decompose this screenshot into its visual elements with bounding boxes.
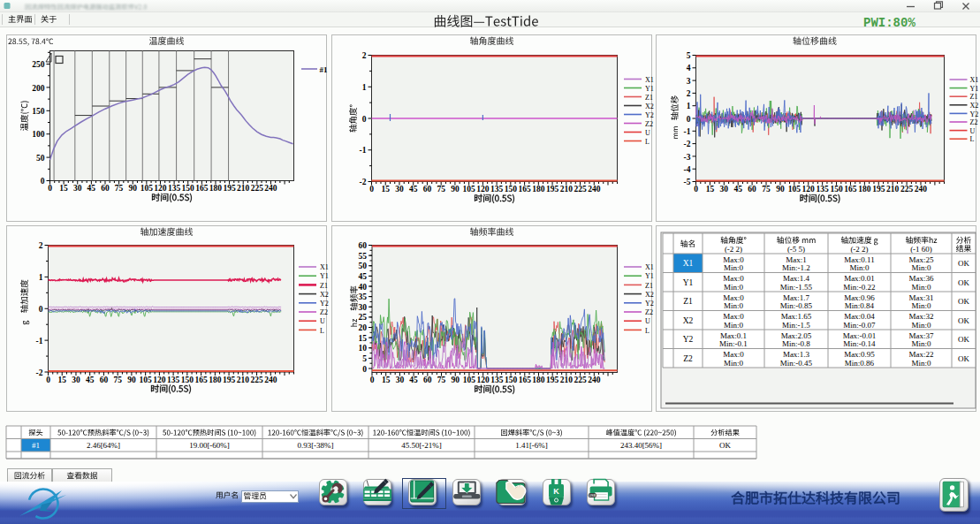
- svg-text:2: 2: [362, 51, 367, 60]
- svg-text:L: L: [645, 327, 650, 335]
- svg-text:250: 250: [32, 60, 45, 69]
- svg-text:60: 60: [101, 184, 110, 193]
- svg-text:210: 210: [886, 185, 900, 194]
- svg-text:210: 210: [237, 376, 250, 384]
- svg-text:40: 40: [359, 283, 368, 292]
- svg-text:Z1: Z1: [320, 282, 328, 290]
- svg-text:Max:0.01: Max:0.01: [844, 274, 875, 283]
- svg-text:135: 135: [817, 185, 830, 194]
- svg-text:U: U: [645, 317, 650, 325]
- svg-text:243.40[56%]: 243.40[56%]: [620, 441, 662, 450]
- svg-text:-4: -4: [684, 165, 691, 174]
- svg-text:Z2: Z2: [320, 308, 328, 316]
- svg-text:Min:0: Min:0: [911, 339, 931, 348]
- svg-text:135: 135: [168, 184, 181, 193]
- svg-text:105: 105: [463, 376, 476, 384]
- svg-text:225: 225: [251, 184, 264, 193]
- svg-text:Min:-0.85: Min:-0.85: [780, 301, 813, 310]
- svg-text:30: 30: [72, 376, 80, 384]
- svg-text:75: 75: [437, 376, 446, 384]
- svg-text:Max:0.96: Max:0.96: [844, 293, 875, 302]
- svg-text:35: 35: [359, 292, 368, 301]
- svg-text:60: 60: [748, 185, 756, 194]
- svg-text:20: 20: [359, 323, 368, 332]
- svg-text:135: 135: [167, 376, 180, 384]
- svg-text:15: 15: [57, 376, 66, 384]
- svg-text:Z2: Z2: [645, 120, 653, 128]
- svg-text:180: 180: [209, 376, 222, 384]
- svg-text:60: 60: [359, 241, 368, 250]
- svg-text:180: 180: [858, 185, 871, 194]
- svg-text:75: 75: [113, 376, 122, 384]
- svg-text:X1: X1: [320, 263, 329, 271]
- svg-text:2: 2: [39, 241, 43, 250]
- svg-text:#1: #1: [320, 65, 329, 74]
- svg-text:OK: OK: [958, 259, 969, 268]
- svg-text:1: 1: [362, 83, 367, 92]
- svg-text:L: L: [320, 327, 324, 335]
- svg-text:195: 195: [546, 185, 559, 194]
- svg-text:210: 210: [237, 184, 250, 193]
- svg-text:60: 60: [100, 376, 109, 384]
- svg-text:45: 45: [359, 272, 368, 281]
- svg-text:Y1: Y1: [645, 272, 654, 280]
- svg-text:0: 0: [46, 376, 50, 384]
- svg-text:5: 5: [687, 51, 691, 60]
- svg-text:Min:-0.8: Min:-0.8: [782, 339, 810, 348]
- svg-text:30: 30: [359, 303, 368, 312]
- svg-text:0: 0: [39, 305, 43, 314]
- svg-text:180: 180: [209, 184, 223, 193]
- svg-text:Min:0.86: Min:0.86: [845, 359, 875, 368]
- svg-text:45: 45: [409, 185, 418, 194]
- svg-text:X2: X2: [683, 316, 694, 325]
- svg-text:120: 120: [476, 185, 490, 194]
- svg-text:50: 50: [359, 262, 368, 270]
- svg-text:Max:25: Max:25: [909, 255, 934, 264]
- svg-text:2: 2: [687, 89, 691, 98]
- svg-text:Max:0: Max:0: [723, 350, 744, 359]
- svg-text:5: 5: [362, 354, 367, 363]
- svg-text:Y2: Y2: [645, 300, 654, 308]
- svg-text:Z1: Z1: [645, 94, 653, 102]
- svg-text:Max:37: Max:37: [909, 331, 934, 340]
- svg-text:Max:0: Max:0: [723, 293, 744, 302]
- svg-text:15: 15: [59, 184, 68, 193]
- svg-text:-5: -5: [684, 178, 691, 186]
- svg-text:Min:0: Min:0: [724, 359, 744, 368]
- svg-text:225: 225: [250, 376, 263, 384]
- svg-text:U: U: [320, 317, 325, 325]
- svg-text:195: 195: [546, 376, 559, 384]
- svg-text:Min:-1.55: Min:-1.55: [780, 283, 813, 292]
- svg-text:1: 1: [39, 273, 43, 282]
- svg-text:Max:0: Max:0: [723, 274, 744, 283]
- svg-text:30: 30: [720, 185, 729, 194]
- svg-text:165: 165: [844, 185, 857, 194]
- svg-text:240: 240: [264, 376, 277, 384]
- svg-text:Max:1: Max:1: [786, 255, 807, 264]
- svg-text:150: 150: [32, 107, 45, 116]
- svg-text:-2: -2: [360, 178, 367, 186]
- svg-text:90: 90: [776, 185, 785, 194]
- svg-text:Max:0.1: Max:0.1: [720, 331, 747, 340]
- svg-text:19.00[-60%]: 19.00[-60%]: [189, 441, 230, 450]
- svg-text:OK: OK: [958, 278, 969, 287]
- svg-text:15: 15: [706, 185, 715, 194]
- svg-text:210: 210: [560, 185, 574, 194]
- svg-text:50: 50: [36, 154, 45, 163]
- svg-text:Min:-0.1: Min:-0.1: [719, 339, 748, 348]
- svg-text:240: 240: [915, 185, 928, 194]
- svg-text:75: 75: [115, 184, 124, 193]
- svg-text:-2: -2: [684, 140, 691, 148]
- svg-text:45: 45: [87, 184, 96, 193]
- svg-text:120: 120: [154, 184, 167, 193]
- svg-text:Max:1.7: Max:1.7: [783, 293, 810, 302]
- svg-text:-2: -2: [36, 368, 43, 377]
- svg-text:Min:0: Min:0: [911, 283, 931, 292]
- svg-text:Y1: Y1: [320, 272, 329, 280]
- svg-text:240: 240: [588, 376, 601, 384]
- svg-text:Min:-1.5: Min:-1.5: [782, 321, 810, 330]
- svg-text:4: 4: [687, 64, 691, 72]
- svg-text:OK: OK: [958, 354, 969, 363]
- svg-text:75: 75: [437, 185, 445, 194]
- svg-text:Min:0: Min:0: [724, 321, 744, 330]
